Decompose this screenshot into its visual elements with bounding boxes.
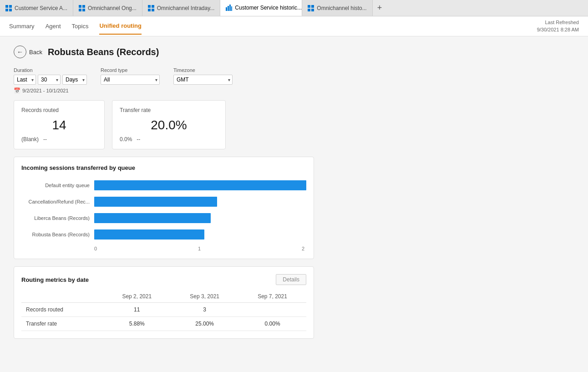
page-title: Robusta Beans (Records) bbox=[48, 47, 159, 57]
records-routed-sub-label: (Blank) bbox=[21, 136, 39, 143]
duration-preset-select[interactable]: Last bbox=[14, 75, 36, 85]
transfer-rate-value: 20.0% bbox=[120, 118, 218, 132]
nav-links: Summary Agent Topics Unified routing bbox=[9, 18, 142, 35]
bar-3 bbox=[94, 213, 211, 223]
svg-rect-17 bbox=[311, 5, 314, 8]
bar-row-4: Robusta Beans (Records) bbox=[21, 229, 306, 240]
records-routed-card: Records routed 14 (Blank) -- bbox=[14, 100, 105, 149]
tab-customer-service-a[interactable]: Customer Service A... bbox=[0, 0, 73, 16]
timezone-select[interactable]: GMT bbox=[173, 75, 233, 85]
metric-val-2-1: 25.00% bbox=[171, 317, 238, 331]
svg-rect-5 bbox=[82, 5, 85, 8]
bar-1 bbox=[94, 180, 306, 190]
timezone-filter: Timezone GMT bbox=[173, 67, 233, 85]
records-routed-value: 14 bbox=[21, 118, 97, 132]
svg-rect-1 bbox=[9, 5, 12, 8]
tab-omnichannel-ong[interactable]: Omnichannel Ong... bbox=[73, 0, 142, 16]
tab-omnichannel-histo[interactable]: Omnichannel histo... bbox=[302, 0, 372, 16]
tab-label: Customer Service historic... bbox=[235, 5, 302, 11]
transfer-rate-sub-value: -- bbox=[137, 136, 140, 143]
nav-agent[interactable]: Agent bbox=[46, 18, 61, 34]
duration-value-select[interactable]: 30 bbox=[38, 75, 61, 85]
tab-omnichannel-intraday[interactable]: Omnichannel Intraday... bbox=[142, 0, 221, 16]
tab-label: Omnichannel histo... bbox=[317, 5, 366, 11]
nav-summary[interactable]: Summary bbox=[9, 18, 35, 34]
nav-bar: Summary Agent Topics Unified routing Las… bbox=[0, 16, 588, 36]
grid-icon bbox=[148, 5, 154, 11]
bar-4 bbox=[94, 229, 204, 240]
bar-container-2 bbox=[94, 197, 306, 207]
metric-val-1-2 bbox=[238, 303, 306, 317]
records-routed-sub: (Blank) -- bbox=[21, 136, 97, 143]
record-type-select[interactable]: All bbox=[101, 75, 160, 85]
record-type-label: Record type bbox=[101, 67, 160, 73]
grid-icon bbox=[5, 5, 12, 11]
table-row-records-routed: Records routed 11 3 bbox=[21, 303, 306, 317]
svg-rect-19 bbox=[311, 9, 314, 11]
table-header-row-cols: Sep 2, 2021 Sep 3, 2021 Sep 7, 2021 bbox=[21, 290, 306, 303]
bar-chart: Default entity queue Cancellation/Refund… bbox=[21, 180, 306, 251]
svg-rect-9 bbox=[152, 5, 154, 8]
bar-row-3: Liberca Beans (Records) bbox=[21, 213, 306, 223]
tab-customer-service-historic[interactable]: Customer Service historic... ✕ bbox=[220, 0, 302, 16]
duration-value-wrapper: 30 bbox=[38, 75, 61, 85]
svg-rect-14 bbox=[229, 5, 231, 11]
routing-metrics-table: Sep 2, 2021 Sep 3, 2021 Sep 7, 2021 Reco… bbox=[21, 290, 306, 331]
bar-chart-title: Incoming sessions transferred by queue bbox=[21, 164, 306, 171]
metric-val-1-1: 3 bbox=[171, 303, 238, 317]
svg-rect-3 bbox=[9, 9, 12, 11]
svg-rect-6 bbox=[79, 9, 81, 11]
duration-unit-select[interactable]: Days bbox=[62, 75, 87, 85]
svg-rect-16 bbox=[308, 5, 310, 8]
transfer-rate-card: Transfer rate 20.0% 0.0% -- bbox=[112, 100, 226, 149]
back-button[interactable]: ← Back bbox=[14, 46, 42, 58]
svg-rect-8 bbox=[148, 5, 151, 8]
grid-icon bbox=[79, 5, 85, 11]
grid-icon bbox=[308, 5, 314, 11]
tab-label: Omnichannel Intraday... bbox=[157, 5, 215, 11]
metric-val-1-0: 11 bbox=[103, 303, 171, 317]
details-button[interactable]: Details bbox=[276, 274, 306, 285]
back-label: Back bbox=[29, 49, 42, 56]
transfer-rate-sub: 0.0% -- bbox=[120, 136, 218, 143]
routing-table-title: Routing metrics by date bbox=[21, 276, 89, 283]
calendar-icon: 📅 bbox=[14, 87, 20, 94]
transfer-rate-sub-label: 0.0% bbox=[120, 136, 132, 143]
duration-label: Duration bbox=[14, 67, 87, 73]
svg-rect-15 bbox=[231, 6, 232, 11]
timezone-wrapper: GMT bbox=[173, 75, 233, 85]
svg-rect-18 bbox=[308, 9, 310, 11]
svg-rect-10 bbox=[148, 9, 151, 11]
main-content: ← Back Robusta Beans (Records) Duration … bbox=[0, 36, 588, 372]
last-refreshed: Last Refreshed 9/30/2021 8:28 AM bbox=[537, 19, 579, 33]
tab-label: Customer Service A... bbox=[15, 5, 67, 11]
routing-table-section: Routing metrics by date Details Sep 2, 2… bbox=[14, 266, 314, 339]
metric-val-2-2: 0.00% bbox=[238, 317, 306, 331]
svg-rect-13 bbox=[228, 6, 229, 11]
nav-unified-routing[interactable]: Unified routing bbox=[99, 18, 141, 35]
col-header-0 bbox=[21, 290, 103, 303]
axis-label-2: 2 bbox=[302, 246, 304, 251]
nav-topics[interactable]: Topics bbox=[72, 18, 89, 34]
svg-rect-4 bbox=[79, 5, 81, 8]
duration-filter: Duration Last 30 Days bbox=[14, 67, 87, 85]
duration-preset-wrapper: Last bbox=[14, 75, 36, 85]
bar-container-4 bbox=[94, 229, 306, 240]
svg-rect-7 bbox=[82, 9, 85, 11]
bar-2 bbox=[94, 197, 217, 207]
date-range-text: 9/2/2021 - 10/1/2021 bbox=[22, 88, 69, 93]
svg-rect-0 bbox=[5, 5, 8, 8]
chart-icon bbox=[226, 5, 232, 11]
bar-container-1 bbox=[94, 180, 306, 190]
timezone-label: Timezone bbox=[173, 67, 233, 73]
add-tab-button[interactable]: + bbox=[373, 0, 387, 16]
duration-controls: Last 30 Days bbox=[14, 75, 87, 85]
filters-row: Duration Last 30 Days bbox=[14, 67, 574, 85]
record-type-wrapper: All bbox=[101, 75, 160, 85]
table-row-transfer-rate: Transfer rate 5.88% 25.00% 0.00% bbox=[21, 317, 306, 331]
svg-rect-11 bbox=[152, 9, 154, 11]
bar-label-3: Liberca Beans (Records) bbox=[21, 215, 90, 221]
last-refreshed-value: 9/30/2021 8:28 AM bbox=[537, 26, 579, 33]
records-routed-sub-value: -- bbox=[43, 136, 47, 143]
bar-row-2: Cancellation/Refund (Rec... bbox=[21, 197, 306, 207]
